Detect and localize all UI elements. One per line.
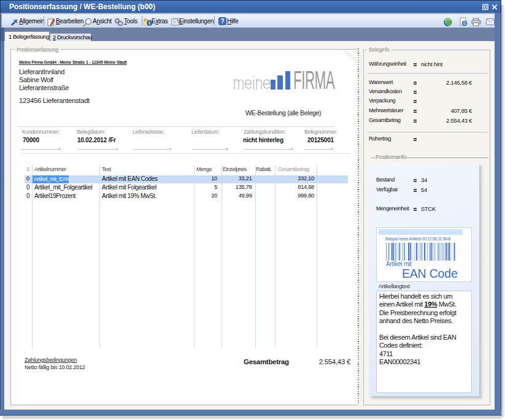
svg-text:?: ? xyxy=(220,18,224,25)
